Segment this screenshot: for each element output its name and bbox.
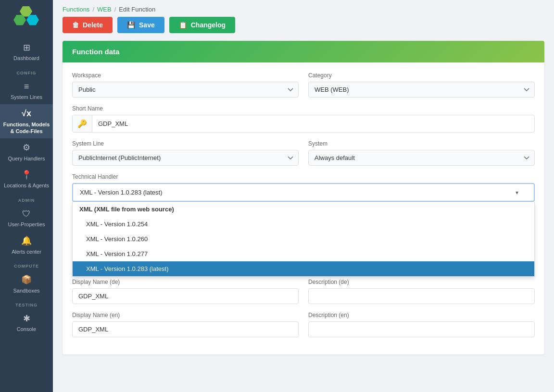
short-name-label: Short Name xyxy=(72,105,535,112)
sidebar-item-system-lines[interactable]: ≡ System Lines xyxy=(0,77,53,105)
short-name-wrapper: 🔑 xyxy=(72,115,535,133)
dropdown-item-xml-group[interactable]: XML (XML file from web source) xyxy=(73,202,534,217)
technical-handler-label: Technical Handler xyxy=(72,173,535,180)
locations-icon: 📍 xyxy=(21,170,32,181)
save-button[interactable]: 💾 Save xyxy=(117,17,164,33)
system-label: System xyxy=(308,140,535,147)
toolbar: 🗑 Delete 💾 Save 📋 Changelog xyxy=(53,17,554,41)
technical-handler-group: Technical Handler XML - Version 1.0.283 … xyxy=(72,173,535,202)
sidebar-item-label: User-Properties xyxy=(8,221,45,228)
display-name-en-group: Display Name (en) xyxy=(72,312,299,337)
chevron-down-icon: ▾ xyxy=(516,189,518,196)
changelog-button[interactable]: 📋 Changelog xyxy=(169,17,235,33)
save-icon: 💾 xyxy=(127,21,135,29)
display-name-en-label: Display Name (en) xyxy=(72,312,299,318)
system-line-row: System Line PublicInternet (PublicIntern… xyxy=(72,140,535,166)
function-data-card: Function data Workspace Public Category … xyxy=(63,41,544,355)
sidebar-item-label: Functions, Models & Code-Files xyxy=(2,121,51,135)
description-en-group: Description (en) xyxy=(308,312,535,337)
logo xyxy=(0,0,53,38)
display-name-en-input[interactable] xyxy=(72,321,299,337)
delete-label: Delete xyxy=(83,21,103,29)
system-line-select[interactable]: PublicInternet (PublicInternet) xyxy=(72,150,299,166)
dropdown-item-1260[interactable]: XML - Version 1.0.260 xyxy=(73,232,534,246)
sidebar-item-query-handlers[interactable]: ⚙ Query Handlers xyxy=(0,138,53,166)
workspace-label: Workspace xyxy=(72,72,299,79)
system-line-label: System Line xyxy=(72,140,299,147)
delete-icon: 🗑 xyxy=(72,21,79,29)
breadcrumb-functions[interactable]: Functions xyxy=(63,6,89,13)
breadcrumb-sep-1: / xyxy=(92,6,94,13)
technical-handler-dropdown-menu: XML (XML file from web source) XML - Ver… xyxy=(72,202,535,277)
workspace-group: Workspace Public xyxy=(72,72,299,98)
breadcrumb-current: Edit Function xyxy=(119,6,155,13)
sidebar-item-console[interactable]: ✱ Console xyxy=(0,309,53,337)
sidebar-item-dashboard[interactable]: ⊞ Dashboard xyxy=(0,38,53,66)
dropdown-item-1277[interactable]: XML - Version 1.0.277 xyxy=(73,246,534,261)
display-name-en-row: Display Name (en) Description (en) xyxy=(72,312,535,337)
display-name-de-label: Display Name (de) xyxy=(72,279,299,285)
sandboxes-icon: 📦 xyxy=(21,274,32,285)
display-name-de-row: Display Name (de) Description (de) xyxy=(72,279,535,304)
system-select[interactable]: Always default xyxy=(308,150,535,166)
save-label: Save xyxy=(139,21,155,29)
sidebar-item-label: System Lines xyxy=(11,94,42,100)
display-name-de-input[interactable] xyxy=(72,288,299,304)
compute-section-label: COMPUTE xyxy=(0,259,53,270)
system-line-group: System Line PublicInternet (PublicIntern… xyxy=(72,140,299,166)
description-en-input[interactable] xyxy=(308,321,535,337)
system-group: System Always default xyxy=(308,140,535,166)
sidebar-item-alerts[interactable]: 🔔 Alerts center xyxy=(0,232,53,259)
sidebar-item-functions[interactable]: √x Functions, Models & Code-Files xyxy=(0,104,53,138)
short-name-row: Short Name 🔑 xyxy=(72,105,535,133)
system-lines-icon: ≡ xyxy=(24,81,29,92)
technical-handler-row: Technical Handler XML - Version 1.0.283 … xyxy=(72,173,535,202)
card-header: Function data xyxy=(63,41,544,62)
breadcrumb-sep-2: / xyxy=(114,6,116,13)
sidebar-item-label: Sandboxes xyxy=(13,287,39,294)
testing-section-label: TESTING xyxy=(0,298,53,309)
dropdown-item-1254[interactable]: XML - Version 1.0.254 xyxy=(73,217,534,232)
sidebar-item-user-properties[interactable]: 🛡 User-Properties xyxy=(0,205,53,232)
user-properties-icon: 🛡 xyxy=(22,208,31,220)
technical-handler-value: XML - Version 1.0.283 (latest) xyxy=(80,189,163,196)
sidebar-item-label: Locations & Agents xyxy=(4,182,49,189)
workspace-select[interactable]: Public xyxy=(72,82,299,98)
query-handlers-icon: ⚙ xyxy=(23,142,30,153)
sidebar-item-label: Dashboard xyxy=(13,55,39,61)
display-name-de-group: Display Name (de) xyxy=(72,279,299,304)
category-label: Category xyxy=(308,72,535,79)
workspace-category-row: Workspace Public Category WEB (WEB) xyxy=(72,72,535,98)
breadcrumb: Functions / WEB / Edit Function xyxy=(53,0,554,17)
sidebar: ⊞ Dashboard CONFIG ≡ System Lines √x Fun… xyxy=(0,0,53,392)
config-section-label: CONFIG xyxy=(0,66,53,77)
category-group: Category WEB (WEB) xyxy=(308,72,535,98)
description-de-input[interactable] xyxy=(308,288,535,304)
dashboard-icon: ⊞ xyxy=(23,42,30,53)
alerts-icon: 🔔 xyxy=(21,235,32,246)
fingerprint-icon: 🔑 xyxy=(73,115,92,132)
dropdown-item-1283[interactable]: XML - Version 1.0.283 (latest) xyxy=(73,261,534,276)
changelog-icon: 📋 xyxy=(179,21,187,29)
changelog-label: Changelog xyxy=(191,21,226,29)
sidebar-item-label: Alerts center xyxy=(12,248,41,255)
sidebar-item-locations[interactable]: 📍 Locations & Agents xyxy=(0,166,53,193)
description-de-label: Description (de) xyxy=(308,279,535,285)
card-body: Workspace Public Category WEB (WEB) Shor… xyxy=(63,62,544,355)
technical-handler-select-box[interactable]: XML - Version 1.0.283 (latest) ▾ xyxy=(72,183,535,202)
functions-icon: √x xyxy=(22,108,31,119)
admin-section-label: ADMIN xyxy=(0,193,53,205)
short-name-group: Short Name 🔑 xyxy=(72,105,535,133)
card-title: Function data xyxy=(72,48,119,56)
sidebar-item-sandboxes[interactable]: 📦 Sandboxes xyxy=(0,270,53,298)
description-en-label: Description (en) xyxy=(308,312,535,318)
short-name-input[interactable] xyxy=(92,116,534,131)
sidebar-item-label: Console xyxy=(17,326,36,332)
console-icon: ✱ xyxy=(23,313,30,324)
technical-handler-dropdown-wrapper: XML - Version 1.0.283 (latest) ▾ XML (XM… xyxy=(72,183,535,202)
breadcrumb-web[interactable]: WEB xyxy=(97,6,112,13)
delete-button[interactable]: 🗑 Delete xyxy=(63,17,113,33)
sidebar-item-label: Query Handlers xyxy=(8,155,45,162)
description-de-group: Description (de) xyxy=(308,279,535,304)
category-select[interactable]: WEB (WEB) xyxy=(308,82,535,98)
